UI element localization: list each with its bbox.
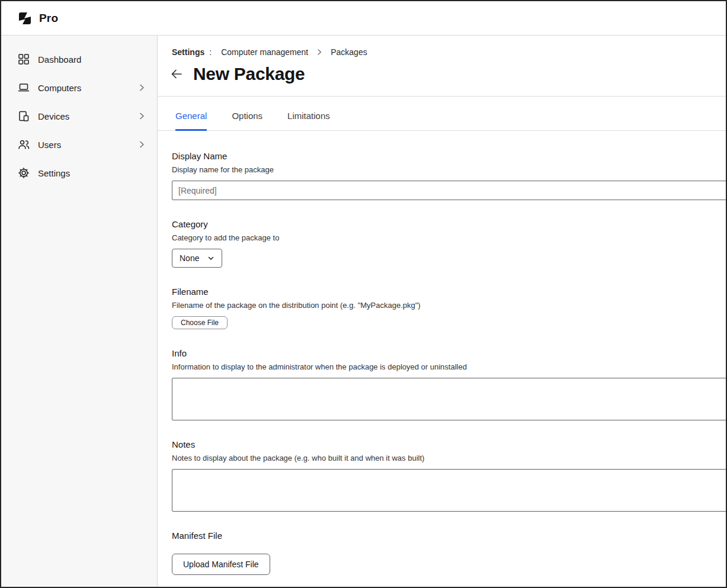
sidebar-item-dashboard[interactable]: Dashboard: [1, 45, 157, 73]
page-header: Settings : Computer management Packages: [158, 36, 726, 97]
brand-name: Pro: [39, 12, 58, 25]
field-category: Category Category to add the package to …: [172, 219, 726, 268]
chevron-right-icon: [137, 83, 146, 92]
display-name-label: Display Name: [172, 151, 726, 161]
page-title: New Package: [193, 64, 305, 84]
category-helper: Category to add the package to: [172, 233, 726, 242]
info-helper: Information to display to the administra…: [172, 362, 726, 371]
choose-file-button[interactable]: Choose File: [172, 316, 228, 329]
manifest-label: Manifest File: [172, 531, 726, 541]
filename-label: Filename: [172, 287, 726, 297]
upload-manifest-button[interactable]: Upload Manifest File: [172, 554, 270, 575]
field-display-name: Display Name Display name for the packag…: [172, 151, 726, 200]
breadcrumb-colon: :: [209, 47, 212, 57]
users-icon: [18, 139, 30, 150]
field-notes: Notes Notes to display about the package…: [172, 439, 726, 512]
breadcrumb-root[interactable]: Settings: [172, 47, 204, 57]
info-textarea[interactable]: [172, 378, 726, 420]
sidebar-item-label: Computers: [38, 83, 129, 93]
display-name-input[interactable]: [172, 181, 726, 200]
category-select[interactable]: None: [172, 249, 222, 268]
sidebar-item-label: Settings: [38, 168, 146, 178]
main-content: Settings : Computer management Packages: [158, 36, 726, 587]
dashboard-icon: [18, 53, 30, 65]
brand-logo-icon: [17, 10, 33, 27]
package-form: Display Name Display name for the packag…: [158, 131, 726, 587]
notes-label: Notes: [172, 439, 726, 449]
notes-helper: Notes to display about the package (e.g.…: [172, 454, 726, 462]
settings-icon: [18, 167, 30, 179]
sidebar-item-users[interactable]: Users: [1, 130, 157, 159]
sidebar-item-devices[interactable]: Devices: [1, 102, 157, 130]
tab-limitations[interactable]: Limitations: [287, 97, 330, 131]
filename-helper: Filename of the package on the distribut…: [172, 301, 726, 310]
sidebar: Dashboard Computers: [1, 36, 158, 587]
display-name-helper: Display name for the package: [172, 165, 726, 174]
field-info: Info Information to display to the admin…: [172, 348, 726, 420]
devices-icon: [18, 110, 30, 122]
sidebar-item-label: Dashboard: [38, 54, 146, 65]
category-select-value: None: [180, 253, 199, 263]
tab-general[interactable]: General: [175, 97, 207, 131]
field-manifest: Manifest File Upload Manifest File: [172, 531, 726, 575]
layout: Dashboard Computers: [1, 36, 726, 587]
category-label: Category: [172, 219, 726, 229]
computers-icon: [18, 82, 30, 94]
chevron-right-icon: [315, 48, 324, 56]
info-label: Info: [172, 348, 726, 358]
sidebar-item-settings[interactable]: Settings: [1, 159, 157, 187]
top-bar: Pro: [1, 1, 726, 36]
brand: Pro: [17, 10, 58, 27]
sidebar-item-computers[interactable]: Computers: [1, 73, 157, 102]
tabs-bar: General Options Limitations: [158, 97, 726, 131]
field-filename: Filename Filename of the package on the …: [172, 287, 726, 329]
breadcrumb-item-packages[interactable]: Packages: [331, 47, 367, 57]
breadcrumb: Settings : Computer management Packages: [172, 47, 726, 57]
app-window: Pro Dashboard: [0, 0, 727, 588]
chevron-down-icon: [207, 255, 214, 262]
title-row: New Package: [168, 64, 726, 84]
sidebar-item-label: Devices: [38, 111, 129, 121]
breadcrumb-item-computer-management[interactable]: Computer management: [221, 47, 308, 57]
sidebar-item-label: Users: [38, 140, 129, 150]
chevron-right-icon: [137, 111, 146, 121]
notes-textarea[interactable]: [172, 469, 726, 512]
chevron-right-icon: [137, 140, 146, 149]
tab-options[interactable]: Options: [232, 97, 262, 131]
back-button[interactable]: [168, 66, 185, 82]
